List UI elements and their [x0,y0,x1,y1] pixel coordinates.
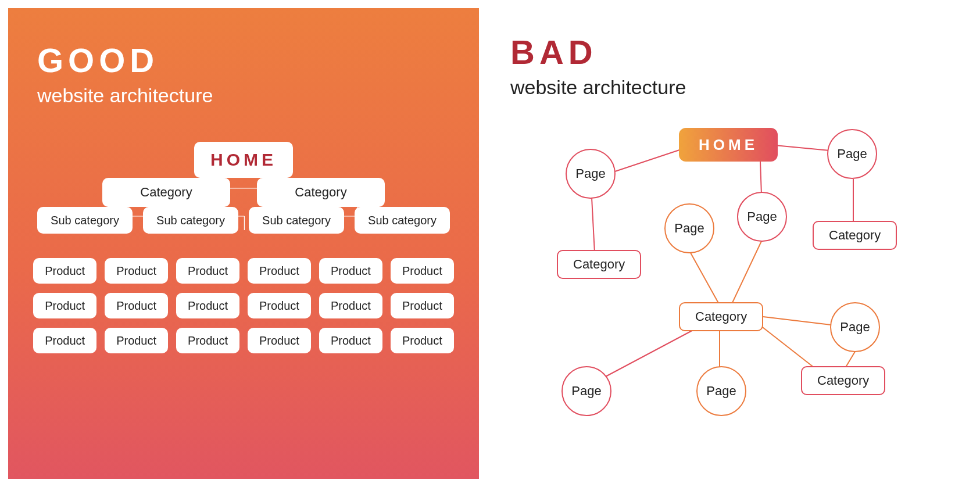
page-node: Page [827,129,877,179]
product-node: Product [391,293,454,318]
product-node: Product [33,258,96,284]
svg-line-12 [615,148,685,171]
svg-line-19 [763,317,836,325]
product-node: Product [391,328,454,353]
product-node: Product [176,258,239,284]
product-node: Product [319,258,382,284]
category-node: Category [557,250,641,279]
svg-line-16 [691,253,720,305]
product-node: Product [391,258,454,284]
product-node: Product [176,328,239,353]
svg-line-18 [731,241,761,305]
subcategory-node: Sub category [143,207,238,234]
product-node: Product [33,328,96,353]
good-tree: HOME Category Category Sub category [37,142,450,353]
page-node: Page [664,203,714,253]
product-grid: Product Product Product Product Product … [37,258,450,353]
page-node: Page [737,192,787,242]
page-node: Page [830,302,880,352]
product-node: Product [105,258,168,284]
good-title: GOOD [37,41,450,80]
good-panel: GOOD website architecture HOME Category … [8,8,479,479]
category-node: Category [257,178,385,207]
page-node: Page [566,149,616,199]
subcategory-node: Sub category [355,207,450,234]
home-node: HOME [679,128,778,162]
good-subtitle: website architecture [37,84,450,107]
product-node: Product [319,328,382,353]
svg-line-17 [760,162,761,195]
page-node: Page [696,366,746,416]
bad-title: BAD [510,33,957,71]
product-node: Product [105,328,168,353]
product-node: Product [176,293,239,318]
bad-subtitle: website architecture [510,76,957,99]
product-node: Product [319,293,382,318]
product-node: Product [105,293,168,318]
category-node: Category [102,178,230,207]
product-node: Product [248,258,311,284]
page-node: Page [561,366,611,416]
home-node: HOME [194,142,293,178]
category-node: Category [801,366,885,395]
category-node: Category [813,221,897,250]
product-node: Product [248,293,311,318]
bad-panel: BAD website architecture HOME Page Page … [487,0,980,487]
product-node: Product [248,328,311,353]
svg-line-20 [603,328,696,378]
bad-network: HOME Page Page Page Page Page Page Page … [510,116,957,442]
category-node: Category [679,302,763,331]
svg-line-13 [775,145,836,151]
subcategory-node: Sub category [37,207,133,234]
product-node: Product [33,293,96,318]
subcategory-node: Sub category [249,207,344,234]
svg-line-14 [592,198,595,253]
